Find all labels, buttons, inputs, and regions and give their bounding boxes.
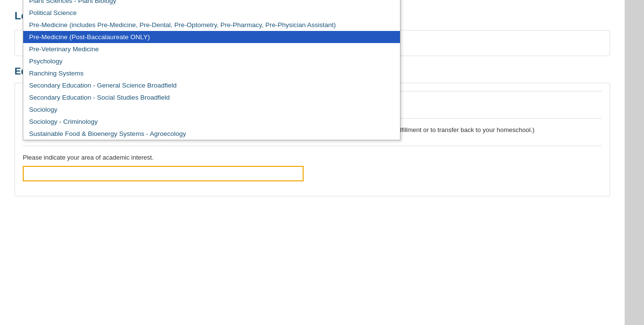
academic-interest-wrapper: Non-Degree MSU UndergraduateNursingPhilo… xyxy=(23,166,602,181)
dropdown-item[interactable]: Ranching Systems xyxy=(23,67,400,79)
right-sidebar xyxy=(625,0,644,325)
dropdown-item[interactable]: Psychology xyxy=(23,55,400,67)
dropdown-item[interactable]: Pre-Veterinary Medicine xyxy=(23,43,400,55)
question-interest-label: Please indicate your area of academic in… xyxy=(23,153,602,162)
academic-interest-select[interactable] xyxy=(23,166,304,181)
dropdown-item[interactable]: Political Science xyxy=(23,7,400,19)
dropdown-item[interactable]: Pre-Medicine (includes Pre-Medicine, Pre… xyxy=(23,19,400,31)
dropdown-item[interactable]: Sustainable Food & Bioenergy Systems - A… xyxy=(23,128,400,140)
dropdown-item[interactable]: Secondary Education - Social Studies Bro… xyxy=(23,91,400,103)
dropdown-popup[interactable]: Non-Degree MSU UndergraduateNursingPhilo… xyxy=(23,0,400,140)
educational-goals-card: When do you plan to start your studies a… xyxy=(15,83,610,197)
dropdown-item[interactable]: Secondary Education - General Science Br… xyxy=(23,79,400,91)
dropdown-item[interactable]: Sociology xyxy=(23,103,400,116)
dropdown-item[interactable]: Sociology - Criminology xyxy=(23,116,400,128)
dropdown-item[interactable]: Pre-Medicine (Post-Baccalaureate ONLY) xyxy=(23,31,400,43)
dropdown-item[interactable]: Plant Sciences - Plant Biology xyxy=(23,0,400,7)
question-interest-section: Please indicate your area of academic in… xyxy=(23,146,602,189)
